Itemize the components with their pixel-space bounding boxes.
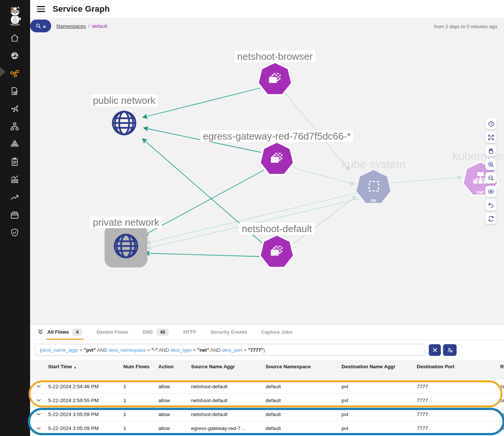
- node-label-private-network: private network: [90, 217, 162, 228]
- table-row[interactable]: 5-22-2024 3:05:09 PM1allownetshoot-defau…: [30, 407, 504, 421]
- sidebar-item-dashboard[interactable]: [10, 51, 20, 61]
- graph-node-private-network[interactable]: [105, 225, 147, 267]
- filter-row: (dest_name_aggr = "pvt" AND dest_namespa…: [30, 340, 504, 360]
- double-chevron-right-icon: »: [43, 23, 46, 29]
- zoom-out-button[interactable]: [485, 172, 496, 184]
- sidebar-item-service-graph[interactable]: [10, 68, 20, 78]
- sidebar-active-notch: [0, 67, 6, 77]
- cell-num_flows: 1: [123, 384, 158, 389]
- undo-button[interactable]: [485, 199, 496, 211]
- tab-http[interactable]: HTTP: [183, 325, 196, 340]
- sidebar-item-policies[interactable]: [10, 86, 20, 96]
- zoom-in-icon: [487, 161, 495, 168]
- clear-filter-button[interactable]: [429, 344, 441, 356]
- sidebar-item-compliance[interactable]: [10, 157, 20, 167]
- expand-row-button[interactable]: [35, 412, 42, 417]
- sidebar-item-network-sets[interactable]: [10, 122, 20, 131]
- collapse-panel-button[interactable]: [35, 327, 45, 337]
- table-row[interactable]: 5-22-2024 3:05:09 PM1allowegress-gateway…: [30, 421, 504, 435]
- sidebar-item-security[interactable]: [10, 228, 20, 237]
- calico-cat-logo[interactable]: [0, 0, 30, 32]
- tab-denied-flows[interactable]: Denied Flows: [97, 325, 128, 340]
- clock-button[interactable]: [485, 118, 496, 129]
- cell-source_namespace: default: [266, 412, 342, 417]
- column-header-destination_port[interactable]: Destination Port: [417, 363, 500, 370]
- expand-row-button[interactable]: [35, 384, 42, 389]
- graph-node-egress-gateway[interactable]: [259, 141, 295, 177]
- sidebar-items: [0, 33, 30, 237]
- cell-destination_name_aggr: pvt: [342, 398, 417, 403]
- tab-capture-jobs[interactable]: Capture Jobs: [261, 325, 293, 340]
- tab-label: HTTP: [183, 329, 196, 335]
- flows-panel: All Flows4Denied FlowsDNS40HTTPSecurity …: [30, 324, 504, 436]
- cell-reporter: src: [500, 398, 504, 403]
- visibility-eye-button[interactable]: [485, 186, 496, 197]
- edge-kube-system-to-private-network: [147, 193, 358, 243]
- table-row[interactable]: 5-22-2024 2:54:46 PM1allownetshoot-defau…: [30, 380, 504, 393]
- sidebar-item-archive[interactable]: [10, 210, 20, 220]
- column-header-source_namespace[interactable]: Source Namespace: [266, 363, 342, 370]
- service-graph-canvas[interactable]: » Namespaces/default from 2 days to 0 mi…: [30, 18, 504, 324]
- node-label-egress-gateway: egress-gateway-red-76d7f5dc66-*: [200, 131, 353, 142]
- sidebar-item-home[interactable]: [10, 33, 20, 43]
- cell-destination_port: 7777: [417, 412, 500, 417]
- cell-source_name_aggr: netshoot-default: [191, 398, 266, 403]
- search-icon: [35, 23, 41, 29]
- column-header-reporter[interactable]: Reporter: [500, 363, 504, 370]
- expand-row-button[interactable]: [35, 398, 42, 403]
- breadcrumb-namespaces-link[interactable]: Namespaces: [56, 23, 86, 29]
- breadcrumb-current: default: [92, 23, 108, 29]
- tab-security-events[interactable]: Security Events: [210, 325, 247, 340]
- cell-num_flows: 1: [123, 398, 158, 403]
- column-header-start_time[interactable]: Start Time▲: [48, 363, 123, 370]
- edge-netshoot-default-to-kube-system: [293, 196, 356, 244]
- column-header-num_flows[interactable]: Num Flows: [123, 363, 158, 370]
- cell-source_name_aggr: egress-gateway-red-7…: [191, 425, 266, 431]
- node-label-netshoot-default: netshoot-default: [239, 223, 314, 235]
- tab-all-flows[interactable]: All Flows4: [47, 325, 82, 340]
- sort-asc-icon: ▲: [73, 365, 77, 369]
- cell-action: allow: [158, 412, 191, 417]
- endpoints-icon: [10, 104, 20, 114]
- expand-button[interactable]: [485, 132, 496, 143]
- tab-dns[interactable]: DNS40: [143, 325, 169, 340]
- graph-node-netshoot-default[interactable]: [259, 234, 295, 270]
- pods-icon: [268, 243, 285, 261]
- filter-query-input[interactable]: (dest_name_aggr = "pvt" AND dest_namespa…: [35, 344, 425, 356]
- expand-icon: [487, 134, 495, 141]
- cell-reporter: src: [500, 425, 504, 431]
- visibility-eye-icon: [487, 188, 495, 195]
- table-row[interactable]: 5-22-2024 2:59:55 PM1allownetshoot-defau…: [30, 393, 504, 407]
- cell-source_namespace: default: [266, 398, 342, 403]
- sidebar-item-statistics[interactable]: [10, 175, 20, 184]
- refresh-icon: [487, 215, 495, 222]
- chevron-down-icon: [36, 398, 41, 403]
- policies-icon: [10, 86, 20, 96]
- sidebar-item-trends[interactable]: [10, 192, 20, 202]
- cell-action: allow: [158, 425, 191, 431]
- statistics-icon: [10, 175, 20, 184]
- hamburger-menu-icon[interactable]: [37, 6, 45, 12]
- graph-node-public-network[interactable]: [109, 108, 139, 138]
- refresh-button[interactable]: [485, 213, 496, 224]
- breadcrumb: Namespaces/default: [56, 23, 107, 29]
- column-header-destination_name_aggr[interactable]: Destination Name Aggr: [342, 363, 417, 370]
- sidebar-item-clusters[interactable]: [10, 139, 20, 149]
- cell-start_time: 5-22-2024 2:54:46 PM: [48, 384, 123, 389]
- flows-tabs: All Flows4Denied FlowsDNS40HTTPSecurity …: [47, 325, 293, 340]
- service-graph-page: Service Graph » Namespaces/default from …: [0, 0, 504, 436]
- sidebar-item-endpoints[interactable]: [10, 104, 20, 114]
- column-header-action[interactable]: Action: [158, 363, 191, 370]
- tab-label: DNS: [143, 329, 153, 335]
- cell-num_flows: 1: [123, 412, 158, 417]
- graph-search-pill[interactable]: »: [30, 20, 51, 32]
- zoom-in-button[interactable]: [485, 159, 496, 170]
- graph-node-kube-system[interactable]: ns: [355, 169, 392, 206]
- expand-row-button[interactable]: [35, 425, 42, 431]
- user-settings-button[interactable]: [443, 344, 457, 356]
- graph-node-netshoot-browser[interactable]: [257, 61, 293, 97]
- cell-source_name_aggr: netshoot-default: [191, 384, 266, 389]
- globe-icon: [111, 231, 141, 261]
- pan-hand-button[interactable]: [485, 145, 496, 156]
- column-header-source_name_aggr[interactable]: Source Name Aggr: [191, 363, 266, 370]
